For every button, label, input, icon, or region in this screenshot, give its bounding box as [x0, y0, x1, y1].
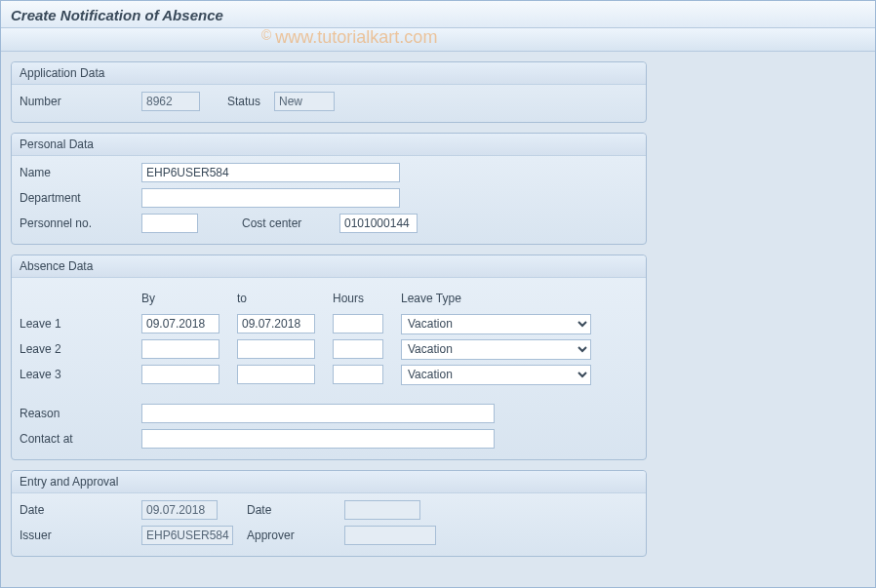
leave-row: Leave 1 Vacation	[20, 313, 638, 334]
leave-to-input[interactable]	[237, 339, 315, 359]
leave-row: Leave 2 Vacation	[20, 338, 638, 360]
col-header-hours: Hours	[333, 292, 383, 305]
number-label: Number	[20, 95, 141, 108]
group-title: Entry and Approval	[12, 471, 646, 493]
entry-date-label: Date	[20, 503, 141, 517]
name-input[interactable]	[141, 163, 400, 182]
name-label: Name	[20, 166, 141, 179]
col-header-type: Leave Type	[401, 292, 591, 305]
leave-hours-input[interactable]	[333, 314, 383, 333]
issuer-field: EHP6USER584	[141, 526, 233, 545]
toolbar	[1, 28, 875, 52]
leave-hours-input[interactable]	[333, 339, 383, 359]
leave-by-input[interactable]	[141, 314, 219, 333]
approval-date-label: Date	[247, 503, 344, 517]
approval-date-field	[344, 500, 420, 520]
costcenter-label: Cost center	[242, 216, 339, 230]
approver-field	[344, 526, 436, 545]
group-application-data: Application Data Number 8962 Status New	[11, 61, 647, 123]
group-personal-data: Personal Data Name Department Personnel …	[11, 133, 647, 245]
leave-to-input[interactable]	[237, 365, 315, 384]
personnel-input[interactable]	[141, 214, 198, 233]
leave-type-select[interactable]: Vacation	[401, 339, 591, 360]
group-absence-data: Absence Data By to Hours Leave Type Leav…	[11, 255, 647, 460]
costcenter-input[interactable]	[339, 214, 418, 233]
group-entry-approval: Entry and Approval Date 09.07.2018 Date …	[11, 470, 647, 557]
department-label: Department	[20, 191, 141, 205]
status-field: New	[274, 92, 335, 111]
leave-row: Leave 3 Vacation	[20, 364, 638, 385]
leave-type-select[interactable]: Vacation	[401, 365, 591, 385]
leave-by-input[interactable]	[141, 339, 219, 359]
entry-date-field: 09.07.2018	[141, 500, 218, 520]
contact-input[interactable]	[141, 429, 495, 449]
number-field: 8962	[141, 92, 200, 111]
group-title: Personal Data	[12, 134, 646, 156]
reason-input[interactable]	[141, 404, 495, 423]
group-title: Absence Data	[12, 255, 646, 278]
leave-to-input[interactable]	[237, 314, 315, 333]
col-header-to: to	[237, 292, 315, 305]
group-title: Application Data	[12, 62, 646, 85]
status-label: Status	[227, 95, 274, 108]
leave-hours-input[interactable]	[333, 365, 383, 384]
page-title: Create Notification of Absence	[1, 1, 875, 28]
col-header-by: By	[141, 292, 219, 305]
reason-label: Reason	[20, 407, 141, 420]
contact-label: Contact at	[20, 432, 141, 446]
department-input[interactable]	[141, 188, 400, 208]
leave-type-select[interactable]: Vacation	[401, 314, 591, 334]
leave-label: Leave 2	[20, 342, 141, 356]
leave-by-input[interactable]	[141, 365, 219, 384]
leave-label: Leave 3	[20, 368, 141, 381]
approver-label: Approver	[247, 529, 344, 542]
personnel-label: Personnel no.	[20, 216, 141, 230]
issuer-label: Issuer	[20, 529, 141, 542]
leave-label: Leave 1	[20, 317, 141, 331]
